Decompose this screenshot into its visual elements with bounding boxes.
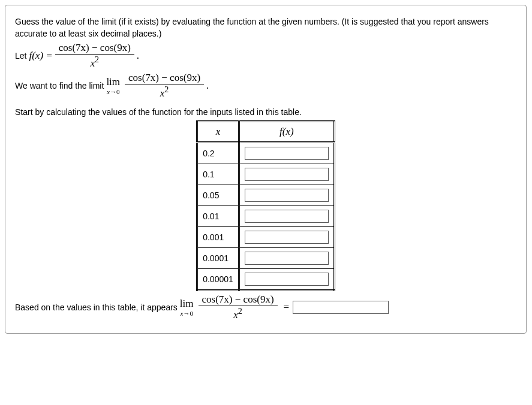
denominator-conc: x2 xyxy=(199,306,278,321)
table-row: 0.05 xyxy=(197,185,335,206)
table-row: 0.0001 xyxy=(197,248,335,269)
fx-cell xyxy=(239,269,334,291)
fx-input-2[interactable] xyxy=(245,189,329,202)
numerator-lim: cos(7x) − cos(9x) xyxy=(125,72,204,84)
denominator-lim: x2 xyxy=(125,84,204,99)
want-text: We want to find the limit xyxy=(15,81,104,90)
table-row: 0.001 xyxy=(197,227,335,248)
let-label: Let xyxy=(15,51,26,61)
final-answer-input[interactable] xyxy=(293,301,389,314)
fx-input-4[interactable] xyxy=(245,231,329,244)
limit-statement: We want to find the limit lim x→0 cos(7x… xyxy=(15,72,516,99)
values-table: x f(x) 0.2 0.1 0.05 0.01 xyxy=(196,120,335,291)
x-cell: 0.1 xyxy=(197,164,239,185)
period2: . xyxy=(206,80,209,92)
fx-eq: f(x) = xyxy=(29,50,52,61)
fraction-def: cos(7x) − cos(9x) x2 xyxy=(55,42,134,69)
lim-notation: lim x→0 xyxy=(106,76,120,95)
header-x: x xyxy=(197,122,239,143)
fx-input-3[interactable] xyxy=(245,210,329,223)
fx-cell xyxy=(239,164,334,185)
problem-container: Guess the value of the limit (if it exis… xyxy=(5,5,527,334)
x-cell: 0.05 xyxy=(197,185,239,206)
function-definition: Let f(x) = cos(7x) − cos(9x) x2 . xyxy=(15,42,516,69)
fx-cell xyxy=(239,248,334,269)
numerator-conc: cos(7x) − cos(9x) xyxy=(199,294,278,306)
fx-input-0[interactable] xyxy=(245,147,329,160)
table-row: 0.2 xyxy=(197,143,335,164)
header-fx: f(x) xyxy=(239,122,334,143)
period1: . xyxy=(137,50,139,62)
equals-sign: = xyxy=(284,301,290,313)
based-text: Based on the values in this table, it ap… xyxy=(15,303,178,312)
x-cell: 0.0001 xyxy=(197,248,239,269)
fraction-limit: cos(7x) − cos(9x) x2 xyxy=(125,72,204,99)
fx-cell xyxy=(239,206,334,227)
fx-cell xyxy=(239,185,334,206)
fx-input-1[interactable] xyxy=(245,168,329,181)
numerator-def: cos(7x) − cos(9x) xyxy=(55,42,134,55)
values-table-wrap: x f(x) 0.2 0.1 0.05 0.01 xyxy=(15,120,516,291)
denominator-def: x2 xyxy=(55,55,134,69)
fx-cell xyxy=(239,227,334,248)
start-text: Start by calculating the values of the f… xyxy=(15,107,516,119)
x-cell: 0.2 xyxy=(197,143,239,164)
intro-text: Guess the value of the limit (if it exis… xyxy=(15,16,516,40)
conclusion-row: Based on the values in this table, it ap… xyxy=(15,294,516,321)
x-cell: 0.001 xyxy=(197,227,239,248)
fx-input-6[interactable] xyxy=(245,273,329,286)
table-header-row: x f(x) xyxy=(197,122,335,143)
x-cell: 0.01 xyxy=(197,206,239,227)
table-row: 0.1 xyxy=(197,164,335,185)
x-cell: 0.00001 xyxy=(197,269,239,291)
table-row: 0.01 xyxy=(197,206,335,227)
lim-notation-2: lim x→0 xyxy=(180,298,194,317)
fx-cell xyxy=(239,143,334,164)
fraction-conclusion: cos(7x) − cos(9x) x2 xyxy=(199,294,278,321)
table-row: 0.00001 xyxy=(197,269,335,291)
fx-input-5[interactable] xyxy=(245,252,329,265)
